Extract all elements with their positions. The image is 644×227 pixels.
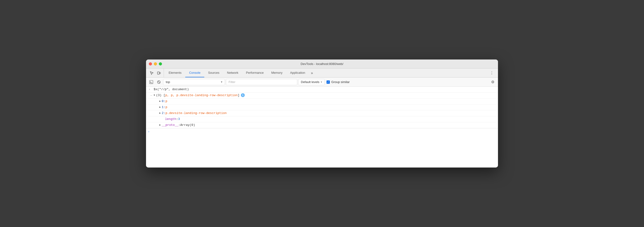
array-item-2: ▶ 2: p.devsite-landing-row-description	[146, 110, 498, 116]
length-value: 3	[178, 117, 180, 121]
close-button[interactable]	[149, 62, 152, 65]
output-back-arrow-gutter: ←	[148, 93, 154, 98]
array-info-badge[interactable]: i	[241, 93, 245, 97]
item-2-index: 2:	[162, 111, 166, 115]
tab-application[interactable]: Application	[286, 69, 309, 77]
console-settings-button[interactable]: ⚙	[490, 79, 496, 85]
array-item-0: ▶ 0: p	[146, 99, 498, 104]
clear-console-button[interactable]	[156, 79, 162, 85]
length-colon: :	[176, 117, 178, 121]
active-prompt-arrow: ›	[148, 130, 150, 133]
svg-line-5	[158, 81, 160, 83]
console-active-input[interactable]: ›	[146, 128, 498, 135]
proto-expand-arrow[interactable]: ▶	[159, 123, 161, 127]
tab-elements[interactable]: Elements	[165, 69, 185, 77]
execute-script-button[interactable]	[148, 79, 154, 85]
array-close: ]	[238, 93, 240, 98]
tab-memory[interactable]: Memory	[268, 69, 286, 77]
group-similar-toggle[interactable]: Group similar	[326, 80, 350, 84]
group-similar-checkbox[interactable]	[326, 80, 330, 84]
proto-key: __proto__	[162, 123, 178, 127]
svg-rect-2	[150, 80, 153, 84]
array-collapse-arrow[interactable]: ▼	[154, 93, 155, 98]
inspect-element-button[interactable]	[148, 70, 155, 76]
item-2-value: p.devsite-landing-row-description	[166, 111, 227, 115]
device-toolbar-button[interactable]	[156, 70, 162, 76]
proto-colon: :	[178, 123, 180, 127]
array-items: p, p, p.devsite-landing-row-description	[165, 93, 238, 98]
console-toolbar: top ▼ Filter Default levels ▾ Group simi…	[146, 78, 498, 87]
tabbar-right: ⋮	[488, 69, 497, 77]
tab-toolbar-icons	[147, 69, 164, 77]
log-levels-dropdown[interactable]: Default levels ▾	[298, 79, 324, 85]
item-1-index: 1:	[162, 105, 166, 109]
devtools-window: DevTools - localhost:8080/web/ Elements …	[146, 60, 498, 167]
traffic-lights	[149, 62, 162, 65]
proto-value: Array(0)	[180, 123, 195, 127]
console-output-array-header: ← ▼ (3) [p, p, p.devsite-landing-row-des…	[146, 93, 498, 99]
item-0-value: p	[166, 99, 168, 104]
item-1-value: p	[166, 105, 168, 109]
log-levels-arrow: ▾	[321, 81, 322, 83]
item-1-expand-arrow[interactable]: ▶	[159, 105, 161, 109]
tabbar: Elements Console Sources Network Perform…	[146, 69, 498, 78]
input-prompt-arrow: ›	[149, 87, 150, 92]
customize-devtools-button[interactable]: ⋮	[488, 70, 495, 76]
console-output: › $x("//p", document) ← ▼ (3) [p, p, p.d…	[146, 87, 498, 167]
tab-console[interactable]: Console	[185, 69, 204, 77]
tab-network[interactable]: Network	[223, 69, 242, 77]
console-command: $x("//p", document)	[154, 87, 189, 92]
back-arrow-icon: ←	[150, 93, 152, 98]
titlebar: DevTools - localhost:8080/web/	[146, 60, 498, 69]
window-title: DevTools - localhost:8080/web/	[300, 62, 344, 66]
maximize-button[interactable]	[159, 62, 162, 65]
context-dropdown-arrow: ▼	[220, 81, 223, 83]
item-0-index: 0:	[162, 99, 166, 104]
item-0-expand-arrow[interactable]: ▶	[159, 99, 161, 104]
context-selector[interactable]: top ▼	[163, 79, 225, 85]
array-item-1: ▶ 1: p	[146, 104, 498, 110]
array-proto-property: ▶ __proto__ : Array(0)	[146, 122, 498, 128]
tab-performance[interactable]: Performance	[242, 69, 267, 77]
array-length-property: length : 3	[146, 116, 498, 122]
tab-sources[interactable]: Sources	[204, 69, 223, 77]
item-2-expand-arrow[interactable]: ▶	[159, 111, 161, 115]
console-filter-input[interactable]: Filter	[226, 79, 297, 85]
console-input-line: › $x("//p", document)	[146, 87, 498, 93]
minimize-button[interactable]	[154, 62, 157, 65]
toolbar-right: ⚙	[490, 79, 496, 85]
svg-rect-0	[158, 72, 159, 74]
length-key: length	[165, 117, 176, 121]
array-count: (3) [	[156, 93, 165, 98]
console-prompt-gutter: ›	[148, 87, 154, 92]
svg-rect-1	[160, 72, 160, 74]
more-tabs-button[interactable]: »	[309, 69, 315, 77]
